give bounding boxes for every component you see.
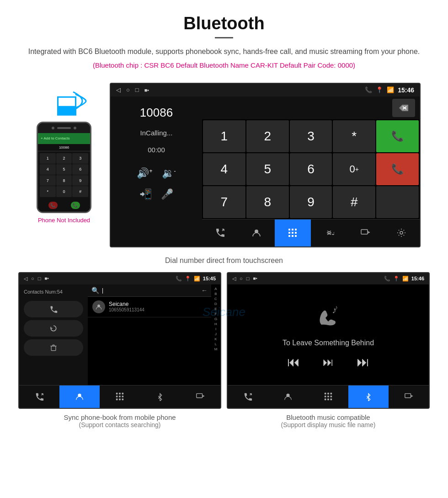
music-caption-sub: (Support display music file name) — [227, 421, 430, 428]
svg-rect-15 — [51, 346, 56, 350]
music-controls: ⏮ ⏭ ⏭ — [287, 354, 369, 369]
num-3-btn[interactable]: 3 — [290, 120, 332, 152]
pb-wifi-icon: 📶 — [194, 276, 200, 282]
svg-text:⬓: ⬓ — [55, 90, 79, 118]
ms-nav-settings[interactable] — [389, 386, 429, 408]
phone-mockup: + Add to Contacts 10086 123 456 789 *0# … — [37, 122, 91, 213]
status-time: 15:46 — [398, 86, 414, 94]
phonebook-caption-sub: (Support contacts searching) — [18, 421, 221, 428]
pb-nav-bluetooth[interactable] — [140, 386, 180, 408]
contact-row-1[interactable]: Seicane 10655059113144 — [88, 297, 211, 317]
phonebook-sidebar: Contacts Num:54 — [19, 284, 88, 385]
svg-rect-13 — [361, 230, 368, 234]
num-4-btn[interactable]: 4 — [203, 153, 245, 185]
dial-timer: 00:00 — [148, 146, 165, 154]
num-8-btn[interactable]: 8 — [246, 186, 289, 218]
svg-rect-27 — [197, 394, 203, 398]
phonebook-caption: Sync phone-book from mobile phone (Suppo… — [18, 413, 221, 428]
ms-nav-dialpad[interactable] — [308, 386, 348, 408]
num-hash-btn[interactable]: # — [333, 186, 375, 218]
refresh-action-btn[interactable] — [24, 320, 83, 337]
svg-rect-39 — [331, 399, 332, 401]
pb-nav-dialpad[interactable] — [100, 386, 140, 408]
svg-rect-12 — [295, 235, 297, 237]
ms-time: 15:46 — [411, 276, 424, 282]
pb-phone-icon: 📞 — [176, 276, 182, 282]
nav-contacts[interactable] — [238, 220, 274, 246]
phonebook-status-bar: ◁ ○ □ ■▪ 📞 📍 📶 15:45 — [19, 273, 220, 284]
phonebook-bottom-nav — [19, 385, 220, 408]
dial-left-panel: 10086 InCalling... 00:00 🔊+ 🔉- 📲 🎤 — [111, 96, 202, 246]
music-art-area: ♪ ♪ — [315, 304, 342, 332]
svg-point-14 — [400, 231, 403, 234]
nav-transfer[interactable] — [347, 220, 383, 246]
num-7-btn[interactable]: 7 — [203, 186, 245, 218]
num-star-btn[interactable]: * — [333, 120, 375, 152]
page-title: Bluetooth — [27, 14, 421, 33]
pb-nav-calls[interactable] — [19, 386, 59, 408]
dial-number: 10086 — [140, 106, 173, 120]
music-caption: Bluetooth music compatible (Support disp… — [227, 413, 430, 428]
num-2-btn[interactable]: 2 — [246, 120, 289, 152]
backspace-button[interactable] — [392, 99, 415, 117]
num-1-btn[interactable]: 1 — [203, 120, 245, 152]
svg-rect-26 — [122, 399, 124, 401]
page-header: Bluetooth Integrated with BC6 Bluetooth … — [0, 0, 448, 74]
svg-rect-36 — [331, 396, 332, 397]
num-9-btn[interactable]: 9 — [290, 186, 332, 218]
phone-transfer-icon[interactable]: 📲 — [139, 188, 152, 200]
dial-status: InCalling... — [140, 129, 173, 137]
pb-notif-icon: ■▪ — [44, 276, 49, 282]
numpad-grid: 1 2 3 * 📞 4 5 6 0+ 📞 7 8 9 # — [202, 119, 420, 219]
phone-side: ⬓ + Add to Contacts 10086 123 456 — [27, 83, 101, 224]
contact-info: Seicane 10655059113144 — [109, 301, 144, 312]
contact-avatar — [92, 300, 105, 313]
ms-notif-icon: ■▪ — [253, 276, 257, 282]
ms-nav-calls[interactable] — [228, 386, 268, 408]
nav-bluetooth[interactable] — [311, 220, 347, 246]
num-6-btn[interactable]: 6 — [290, 153, 332, 185]
delete-action-btn[interactable] — [24, 339, 83, 356]
main-screenshot-area: ⬓ + Add to Contacts 10086 123 456 — [0, 74, 448, 252]
volume-down-icon[interactable]: 🔉- — [162, 167, 176, 179]
pb-nav-contacts[interactable] — [59, 386, 100, 408]
pb-nav-settings[interactable] — [180, 386, 220, 408]
pb-time: 15:45 — [203, 276, 216, 282]
dial-input-row — [202, 96, 420, 119]
recents-icon: □ — [135, 86, 139, 93]
svg-rect-35 — [327, 396, 329, 397]
skip-forward-btn[interactable]: ⏭ — [357, 354, 369, 369]
svg-rect-5 — [292, 229, 293, 230]
nav-dialpad[interactable] — [275, 220, 311, 246]
svg-rect-40 — [405, 394, 411, 398]
music-caption-main: Bluetooth music compatible — [227, 413, 430, 421]
volume-up-icon[interactable]: 🔊+ — [137, 167, 152, 179]
ms-nav-contacts[interactable] — [268, 386, 308, 408]
search-cursor[interactable]: | — [102, 287, 198, 294]
search-backspace-icon[interactable]: ← — [201, 287, 208, 294]
nav-call-log[interactable] — [202, 220, 238, 246]
search-icon: 🔍 — [91, 287, 99, 294]
phone-dialpad: 123 456 789 *0# — [38, 151, 90, 199]
svg-rect-34 — [325, 396, 326, 397]
end-call-button[interactable]: 📞 — [376, 153, 419, 185]
svg-rect-4 — [288, 229, 290, 230]
next-track-btn[interactable]: ⏭ — [323, 356, 334, 369]
svg-rect-33 — [331, 393, 332, 395]
call-action-btn[interactable] — [24, 301, 83, 317]
call-button[interactable]: 📞 — [376, 120, 419, 152]
android-dial-screen: ◁ ○ □ ■▪ 📞 📍 📶 15:46 10086 InCalling... … — [110, 83, 421, 247]
num-5-btn[interactable]: 5 — [246, 153, 289, 185]
bottom-captions: Sync phone-book from mobile phone (Suppo… — [0, 409, 448, 438]
phone-status-icon: 📞 — [365, 86, 372, 93]
nav-settings[interactable] — [384, 220, 420, 246]
pb-home-icon: ○ — [31, 276, 34, 282]
svg-rect-10 — [288, 235, 290, 237]
num-0plus-btn[interactable]: 0+ — [333, 153, 375, 185]
prev-track-btn[interactable]: ⏮ — [287, 354, 300, 369]
phone-bottom-bar: 📞 📞 — [38, 199, 90, 212]
ms-nav-bluetooth[interactable] — [348, 386, 389, 408]
microphone-icon[interactable]: 🎤 — [161, 188, 173, 200]
dial-extra-controls: 📲 🎤 — [139, 188, 173, 200]
bottom-screenshots: ◁ ○ □ ■▪ 📞 📍 📶 15:45 Contacts Num:54 — [0, 272, 448, 409]
